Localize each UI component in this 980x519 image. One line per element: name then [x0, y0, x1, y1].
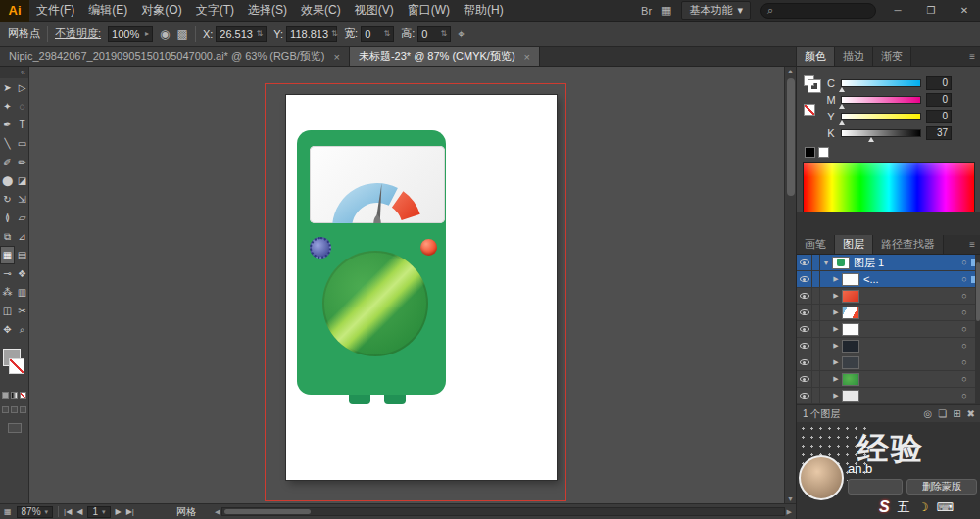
arrange-documents-icon[interactable]: ▦ [662, 4, 671, 17]
tool-zoom[interactable]: ⌕ [15, 320, 29, 339]
tool-rectangle[interactable]: ▭ [15, 134, 29, 153]
scroll-left-icon[interactable]: ◀ [215, 508, 220, 516]
tool-scale[interactable]: ⇲ [15, 190, 29, 209]
tool-blend[interactable]: ❖ [15, 264, 29, 283]
tab-pathfinder[interactable]: 路径查找器 [873, 235, 944, 254]
tool-shape-builder[interactable]: ⧉ [0, 227, 15, 246]
scroll-down-icon[interactable]: ▼ [785, 495, 796, 502]
tool-hand[interactable]: ✥ [0, 320, 15, 339]
artboard-number[interactable]: 1 ▾ [87, 506, 110, 518]
none-swatch-icon[interactable] [804, 104, 815, 116]
restore-button[interactable]: ❐ [919, 5, 943, 16]
tool-type[interactable]: T [15, 116, 29, 134]
tool-perspective-grid[interactable]: ⊿ [15, 227, 29, 246]
canvas[interactable] [29, 67, 784, 503]
multimeter-body[interactable] [297, 130, 446, 395]
tab-gradient[interactable]: 渐变 [873, 47, 911, 66]
delete-mask-button[interactable]: 删除蒙版 [906, 479, 977, 495]
scrollbar-track[interactable] [221, 507, 784, 516]
target-icon[interactable]: ○ [957, 258, 971, 267]
lock-column[interactable] [812, 255, 820, 270]
close-tab-icon[interactable]: × [524, 51, 530, 63]
collapse-arrow-icon[interactable]: ▼ [820, 260, 832, 266]
target-icon[interactable]: ○ [957, 307, 971, 317]
zoom-level[interactable]: 87% ▾ [17, 506, 54, 518]
tool-paintbrush[interactable]: ✐ [0, 153, 15, 171]
gradient-mode-icon[interactable] [11, 392, 18, 399]
delete-layer-icon[interactable]: ✖ [967, 408, 975, 419]
channel-m-value[interactable]: 0 [926, 93, 952, 107]
tab-stroke[interactable]: 描边 [835, 47, 873, 66]
stepper-icon[interactable]: ⇅ [257, 29, 264, 38]
tool-mesh[interactable]: ▦ [0, 246, 15, 264]
tab-color[interactable]: 颜色 [797, 47, 835, 66]
layer-row[interactable]: ▶ ○ [797, 321, 980, 338]
menu-effect[interactable]: 效果(C) [294, 0, 348, 22]
ime-wubi-icon[interactable]: 五 [898, 498, 910, 516]
channel-m-slider[interactable] [841, 96, 921, 104]
scroll-up-icon[interactable]: ▲ [785, 68, 796, 74]
star-knob[interactable] [310, 237, 331, 259]
tool-lasso[interactable]: ◌ [15, 97, 29, 116]
visibility-toggle[interactable] [797, 388, 812, 403]
expand-arrow-icon[interactable]: ▶ [830, 308, 842, 316]
color-mode-icon[interactable] [2, 392, 9, 399]
layer-row-group[interactable]: ▼ 图层 1 ○ [797, 255, 980, 271]
height-input[interactable]: 0 ⇅ [417, 26, 451, 42]
first-artboard-button[interactable]: |◀ [64, 507, 72, 516]
expand-arrow-icon[interactable]: ▶ [830, 342, 842, 350]
channel-c-slider[interactable] [841, 79, 921, 87]
draw-behind-icon[interactable] [11, 406, 18, 413]
y-input[interactable]: 118.813 ⇅ [286, 26, 337, 42]
screen-mode-button[interactable] [8, 423, 22, 433]
menu-edit[interactable]: 编辑(E) [81, 0, 134, 22]
channel-y-value[interactable]: 0 [926, 110, 952, 123]
menu-type[interactable]: 文字(T) [189, 0, 241, 22]
lock-column[interactable] [812, 288, 820, 304]
stepper-icon[interactable]: ⇅ [441, 29, 448, 38]
target-icon[interactable]: ○ [957, 374, 971, 384]
lock-column[interactable] [812, 305, 820, 320]
layer-row[interactable]: ▶ ○ [797, 305, 980, 321]
channel-c-value[interactable]: 0 [926, 76, 952, 90]
tool-pencil[interactable]: ✏ [15, 153, 29, 171]
scrollbar-thumb[interactable] [976, 262, 980, 321]
lock-column[interactable] [812, 388, 820, 403]
stepper-icon[interactable]: ⇅ [331, 29, 338, 38]
target-icon[interactable]: ○ [957, 274, 971, 284]
channel-k-value[interactable]: 37 [926, 126, 952, 140]
tab-brushes[interactable]: 画笔 [797, 235, 835, 254]
tool-pen[interactable]: ✒ [0, 116, 15, 134]
tool-selection[interactable]: ➤ [0, 78, 15, 97]
search-box[interactable]: ⌕ [760, 3, 876, 19]
horizontal-scrollbar[interactable]: ◀ ▶ [215, 507, 792, 516]
layer-row[interactable]: ▶ ○ [797, 388, 980, 404]
menu-select[interactable]: 选择(S) [241, 0, 294, 22]
draw-normal-icon[interactable] [2, 406, 9, 413]
tool-column-graph[interactable]: ▥ [15, 283, 29, 302]
tool-width[interactable]: ≬ [0, 209, 15, 227]
white-swatch[interactable] [818, 147, 829, 158]
tool-eyedropper[interactable]: ⊸ [0, 264, 15, 283]
color-spectrum[interactable] [803, 162, 975, 212]
lock-column[interactable] [812, 338, 820, 354]
document-tab[interactable]: Nipic_29842067_20190905150105047000.ai* … [0, 47, 350, 66]
last-artboard-button[interactable]: ▶| [126, 507, 134, 516]
lock-column[interactable] [812, 321, 820, 337]
tool-blob-brush[interactable]: ⬤ [0, 171, 15, 190]
pattern-icon[interactable]: ▩ [177, 27, 188, 41]
close-button[interactable]: ✕ [953, 5, 976, 16]
panel-menu-icon[interactable]: ≡ [969, 47, 980, 66]
vertical-scrollbar[interactable]: ▲ ▼ [784, 67, 796, 503]
search-input[interactable] [777, 5, 865, 16]
menu-view[interactable]: 视图(V) [348, 0, 401, 22]
stroke-color-swatch[interactable] [9, 358, 24, 374]
layer-row[interactable]: ▶ ○ [797, 288, 980, 305]
visibility-toggle[interactable] [797, 255, 812, 270]
expand-arrow-icon[interactable]: ▶ [830, 375, 842, 383]
expand-arrow-icon[interactable]: ▶ [830, 325, 842, 333]
app-logo[interactable]: Ai [0, 0, 29, 22]
expand-arrow-icon[interactable]: ▶ [830, 292, 842, 300]
stroke-swatch-icon[interactable] [808, 80, 820, 92]
visibility-toggle[interactable] [797, 354, 812, 370]
